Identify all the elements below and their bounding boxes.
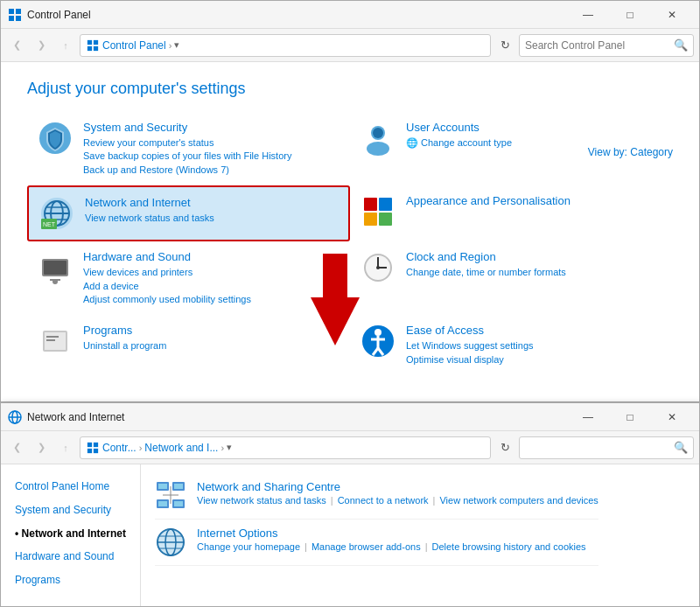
- network-internet-window: Network and Internet — □ ✕ ❮ ❯ ↑ Contr..…: [0, 402, 700, 607]
- category-clock-region[interactable]: Clock and Region Change date, time or nu…: [350, 241, 673, 315]
- system-security-title[interactable]: System and Security: [83, 121, 291, 134]
- network-sharing-links: View network status and tasks | Connect …: [197, 495, 598, 506]
- svg-rect-1: [16, 9, 21, 14]
- titlebar-main: Control Panel — □ ✕: [1, 1, 699, 29]
- sidebar-item-hardware[interactable]: Hardware and Sound: [1, 545, 140, 569]
- breadcrumb-bar-2[interactable]: Contr... › Network and I... › ▾: [80, 436, 491, 459]
- close-button[interactable]: ✕: [652, 1, 692, 29]
- network-sharing-link-1[interactable]: View network status and tasks: [197, 495, 326, 506]
- back-button-2[interactable]: ❮: [6, 437, 27, 458]
- second-window-body: Control Panel Home System and Security N…: [1, 464, 699, 606]
- svg-rect-4: [88, 39, 92, 44]
- viewby-label: View by:: [588, 146, 627, 158]
- network-sharing-link-2[interactable]: Connect to a network: [338, 495, 429, 506]
- ease-access-link-2[interactable]: Optimise visual display: [406, 353, 534, 366]
- back-button[interactable]: ❮: [6, 35, 27, 56]
- internet-options-item: Internet Options Change your homepage | …: [155, 520, 598, 566]
- internet-options-title[interactable]: Internet Options: [197, 527, 586, 540]
- system-security-link-3[interactable]: Back up and Restore (Windows 7): [83, 164, 291, 177]
- network-sharing-link-3[interactable]: View network computers and devices: [439, 495, 598, 506]
- maximize-button[interactable]: □: [610, 1, 650, 29]
- svg-rect-55: [158, 501, 167, 506]
- hardware-sound-title[interactable]: Hardware and Sound: [83, 250, 251, 263]
- up-button[interactable]: ↑: [55, 35, 76, 56]
- clock-region-title[interactable]: Clock and Region: [406, 250, 566, 263]
- svg-rect-23: [379, 213, 392, 226]
- refresh-button-2[interactable]: ↻: [494, 437, 515, 458]
- network-internet-link-1[interactable]: View network status and tasks: [85, 212, 214, 225]
- sidebar-item-programs[interactable]: Programs: [1, 569, 140, 592]
- viewby: View by: Category: [588, 146, 673, 158]
- internet-options-link-1[interactable]: Change your homepage: [197, 541, 300, 552]
- refresh-button[interactable]: ↻: [494, 35, 515, 56]
- user-accounts-link-1[interactable]: 🌐 Change account type: [406, 136, 512, 150]
- hardware-sound-icon: [38, 250, 73, 285]
- network-sharing-title[interactable]: Network and Sharing Centre: [197, 480, 598, 493]
- svg-rect-20: [364, 198, 377, 211]
- window2-icon: [8, 410, 22, 424]
- close-button-2[interactable]: ✕: [652, 403, 692, 431]
- category-network-internet[interactable]: NET Network and Internet View network st…: [27, 185, 350, 241]
- svg-rect-53: [174, 484, 183, 489]
- user-accounts-title[interactable]: User Accounts: [406, 121, 512, 134]
- internet-options-links: Change your homepage | Manage browser ad…: [197, 541, 586, 552]
- settings-title: Adjust your computer's settings: [27, 80, 673, 98]
- maximize-button-2[interactable]: □: [610, 403, 650, 431]
- up-button-2[interactable]: ↑: [55, 437, 76, 458]
- category-appearance[interactable]: Appearance and Personalisation: [350, 185, 673, 241]
- breadcrumb2-dropdown[interactable]: ▾: [227, 442, 232, 453]
- search-input-2[interactable]: [525, 442, 670, 454]
- internet-options-link-3[interactable]: Delete browsing history and cookies: [432, 541, 586, 552]
- breadcrumb2-contr: Contr...: [102, 442, 136, 454]
- search-input[interactable]: [525, 39, 670, 52]
- category-hardware-sound[interactable]: Hardware and Sound View devices and prin…: [27, 241, 350, 315]
- minimize-button[interactable]: —: [568, 1, 608, 29]
- sidebar-item-network[interactable]: Network and Internet: [1, 522, 140, 546]
- ease-access-title[interactable]: Ease of Access: [406, 324, 534, 337]
- clock-region-link-1[interactable]: Change date, time or number formats: [406, 266, 566, 279]
- svg-rect-25: [44, 261, 66, 275]
- user-accounts-icon: [360, 121, 396, 156]
- internet-options-link-2[interactable]: Manage browser add-ons: [312, 541, 421, 552]
- network-internet-title[interactable]: Network and Internet: [85, 196, 214, 209]
- breadcrumb-text: Control Panel: [102, 39, 166, 52]
- category-ease-access[interactable]: Ease of Access Let Windows suggest setti…: [350, 315, 673, 375]
- addressbar-second: ❮ ❯ ↑ Contr... › Network and I... › ▾ ↻ …: [1, 431, 699, 464]
- appearance-title[interactable]: Appearance and Personalisation: [406, 194, 570, 207]
- hardware-sound-link-3[interactable]: Adjust commonly used mobility settings: [83, 293, 251, 306]
- programs-link-1[interactable]: Uninstall a program: [83, 339, 166, 352]
- svg-rect-57: [174, 501, 183, 506]
- svg-rect-36: [46, 339, 55, 341]
- svg-rect-35: [46, 336, 59, 338]
- hardware-sound-link-1[interactable]: View devices and printers: [83, 266, 251, 279]
- breadcrumb2-sep1: ›: [139, 443, 143, 453]
- user-accounts-text: User Accounts 🌐 Change account type: [406, 121, 512, 150]
- titlebar2-title: Network and Internet: [27, 411, 568, 423]
- breadcrumb-dropdown[interactable]: ▾: [174, 39, 179, 51]
- programs-title[interactable]: Programs: [83, 324, 166, 337]
- system-security-link-1[interactable]: Review your computer's status: [83, 136, 291, 150]
- breadcrumb-bar[interactable]: Control Panel › ▾: [80, 34, 491, 57]
- programs-text: Programs Uninstall a program: [83, 324, 166, 352]
- svg-text:NET: NET: [43, 221, 56, 227]
- forward-button[interactable]: ❯: [31, 35, 52, 56]
- forward-button-2[interactable]: ❯: [31, 437, 52, 458]
- sidebar-item-system[interactable]: System and Security: [1, 499, 140, 522]
- breadcrumb2-icon: [86, 441, 100, 455]
- search-bar-2: 🔍: [519, 436, 694, 459]
- viewby-value[interactable]: Category: [630, 146, 673, 158]
- ease-access-icon: [360, 324, 396, 359]
- system-security-icon: [38, 121, 73, 156]
- svg-rect-0: [9, 9, 14, 14]
- breadcrumb2-sep2: ›: [220, 443, 224, 453]
- internet-options-icon: [155, 527, 186, 558]
- search-bar: 🔍: [519, 34, 694, 57]
- sidebar-item-home[interactable]: Control Panel Home: [1, 475, 140, 499]
- category-programs[interactable]: Programs Uninstall a program: [27, 315, 350, 375]
- category-system-security[interactable]: System and Security Review your computer…: [27, 112, 350, 185]
- system-security-link-2[interactable]: Save backup copies of your files with Fi…: [83, 150, 291, 163]
- ease-access-link-1[interactable]: Let Windows suggest settings: [406, 339, 534, 352]
- network-sharing-text: Network and Sharing Centre View network …: [197, 480, 598, 506]
- hardware-sound-link-2[interactable]: Add a device: [83, 280, 251, 293]
- minimize-button-2[interactable]: —: [568, 403, 608, 431]
